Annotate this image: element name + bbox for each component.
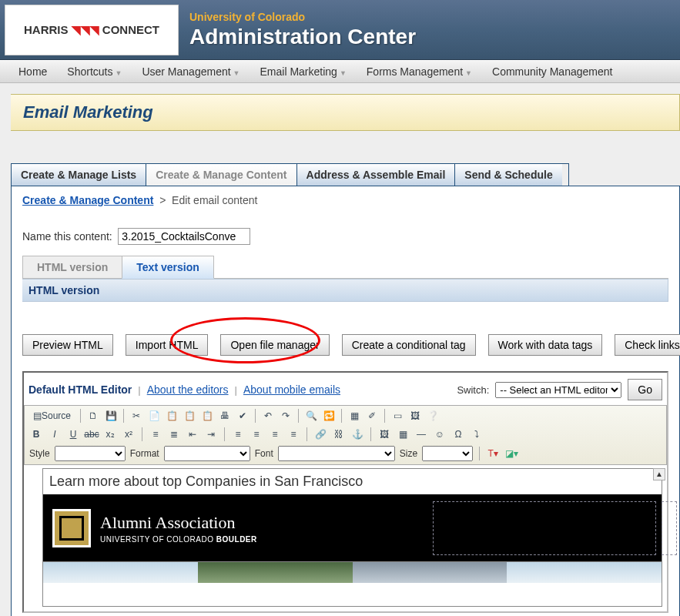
chevron-down-icon: ▼ (340, 69, 347, 77)
header-titles: University of Colorado Administration Ce… (189, 11, 416, 49)
text-color-icon[interactable]: T▾ (486, 447, 500, 460)
logo: HARRIS ◥◥◥ CONNECT (5, 5, 179, 55)
about-editors-link[interactable]: About the editors (147, 383, 229, 396)
bg-color-icon[interactable]: ◪▾ (504, 447, 518, 460)
association-title: Alumni Association (100, 513, 257, 533)
select-all-icon[interactable]: ▦ (347, 409, 361, 423)
paste-word-icon[interactable]: 📋 (200, 409, 214, 423)
tab-address-assemble-email[interactable]: Address & Assemble Email (297, 164, 456, 186)
section-header: HTML version (22, 279, 668, 302)
find-icon[interactable]: 🔍 (304, 409, 318, 423)
strike-icon[interactable]: abc (85, 427, 99, 441)
unordered-list-icon[interactable]: ≣ (167, 427, 181, 441)
name-content-label: Name this content: (22, 230, 112, 243)
new-doc-icon[interactable]: 🗋 (86, 409, 100, 423)
undo-icon[interactable]: ↶ (261, 409, 275, 423)
editor-label: Default HTML Editor (28, 383, 132, 396)
tab-text-version[interactable]: Text version (122, 256, 213, 279)
nav-community-management[interactable]: Community Management (492, 65, 612, 78)
align-left-icon[interactable]: ≡ (231, 427, 245, 441)
work-with-data-tags-button[interactable]: Work with data tags (488, 334, 603, 356)
superscript-icon[interactable]: x² (122, 427, 136, 441)
help-icon[interactable]: ❔ (426, 409, 440, 423)
editor-toolbar: ▤ Source 🗋 💾 ✂ 📄 📋 📋 📋 🖶 ✔ ↶ ↷ 🔍 🔁 (24, 405, 667, 465)
link-icon[interactable]: 🔗 (313, 427, 327, 441)
breadcrumb-current: Edit email content (172, 194, 257, 206)
switch-editor-select[interactable]: -- Select an HTML editor -- (495, 382, 621, 398)
unlink-icon[interactable]: ⛓ (332, 427, 346, 441)
anchor-icon[interactable]: ⚓ (350, 427, 364, 441)
table-icon[interactable]: ▦ (396, 427, 410, 441)
editor-top-bar: Default HTML Editor | About the editors … (24, 373, 667, 405)
font-label: Font (255, 448, 273, 459)
tab-create-manage-content[interactable]: Create & Manage Content (146, 164, 296, 186)
nav-email-marketing[interactable]: Email Marketing▼ (260, 65, 347, 78)
style-select[interactable] (55, 446, 126, 461)
indent-icon[interactable]: ⇥ (204, 427, 218, 441)
ordered-list-icon[interactable]: ≡ (149, 427, 162, 441)
image-icon[interactable]: 🖼 (408, 409, 422, 423)
go-button[interactable]: Go (628, 379, 662, 400)
nav-forms-management[interactable]: Forms Management▼ (367, 65, 472, 78)
italic-icon[interactable]: I (48, 427, 62, 441)
switch-label: Switch: (457, 384, 489, 396)
underline-icon[interactable]: U (66, 427, 80, 441)
breadcrumb-link[interactable]: Create & Manage Content (22, 194, 153, 206)
copy-icon[interactable]: 📄 (147, 409, 161, 423)
alumni-banner: Alumni Association UNIVERSITY OF COLORAD… (43, 495, 662, 561)
nav-user-management[interactable]: User Management▼ (142, 65, 240, 78)
pagebreak-icon[interactable]: ⤵ (470, 427, 484, 441)
redo-icon[interactable]: ↷ (279, 409, 293, 423)
cut-icon[interactable]: ✂ (129, 409, 143, 423)
form-icon[interactable]: ▭ (390, 409, 404, 423)
paste-icon[interactable]: 📋 (165, 409, 179, 423)
tab-send-schedule[interactable]: Send & Schedule (455, 164, 561, 186)
paste-text-icon[interactable]: 📋 (183, 409, 196, 423)
size-label: Size (400, 448, 417, 459)
create-conditional-tag-button[interactable]: Create a conditional tag (342, 334, 476, 356)
action-button-row: Preview HTML Import HTML Open file manag… (22, 302, 668, 371)
about-mobile-link[interactable]: About mobile emails (243, 383, 340, 396)
nav-shortcuts[interactable]: Shortcuts▼ (67, 65, 122, 78)
logo-text-left: HARRIS (24, 23, 69, 36)
chevron-down-icon: ▼ (116, 69, 122, 77)
cu-logo-icon (52, 509, 91, 547)
html-editor: Default HTML Editor | About the editors … (22, 371, 668, 613)
editor-content[interactable]: Learn more about top Companies in San Fr… (42, 468, 662, 607)
font-select[interactable] (278, 446, 395, 461)
placeholder-box (433, 501, 656, 555)
justify-icon[interactable]: ≡ (286, 427, 300, 441)
check-links-button[interactable]: Check links (615, 334, 680, 356)
outdent-icon[interactable]: ⇤ (186, 427, 199, 441)
tab-create-manage-lists[interactable]: Create & Manage Lists (12, 164, 146, 186)
save-icon[interactable]: 💾 (104, 409, 118, 423)
nav-home[interactable]: Home (18, 65, 47, 78)
smiley-icon[interactable]: ☺ (433, 427, 447, 441)
import-html-button[interactable]: Import HTML (126, 334, 209, 356)
source-button[interactable]: ▤ Source (29, 409, 75, 423)
hr-icon[interactable]: ― (414, 427, 428, 441)
align-center-icon[interactable]: ≡ (250, 427, 263, 441)
open-file-manager-button[interactable]: Open file manager (220, 334, 329, 356)
format-select[interactable] (164, 446, 250, 461)
scroll-up-icon[interactable]: ▲ (653, 468, 665, 480)
size-select[interactable] (422, 446, 473, 461)
spellcheck-icon[interactable]: ✔ (236, 409, 250, 423)
insert-image-icon[interactable]: 🖼 (377, 427, 391, 441)
tab-html-version[interactable]: HTML version (22, 256, 122, 278)
version-tabs: HTML version Text version (22, 256, 668, 279)
content-headline: Learn more about top Companies in San Fr… (43, 469, 662, 495)
subscript-icon[interactable]: x₂ (103, 427, 117, 441)
bold-icon[interactable]: B (29, 427, 43, 441)
placeholder-box (662, 501, 677, 555)
preview-html-button[interactable]: Preview HTML (22, 334, 113, 356)
special-char-icon[interactable]: Ω (451, 427, 465, 441)
replace-icon[interactable]: 🔁 (322, 409, 336, 423)
chevron-down-icon: ▼ (233, 69, 240, 77)
remove-format-icon[interactable]: ✐ (365, 409, 379, 423)
name-content-input[interactable] (118, 228, 250, 245)
print-icon[interactable]: 🖶 (218, 409, 232, 423)
chevron-down-icon: ▼ (465, 69, 472, 77)
align-right-icon[interactable]: ≡ (268, 427, 282, 441)
style-label: Style (29, 448, 50, 459)
